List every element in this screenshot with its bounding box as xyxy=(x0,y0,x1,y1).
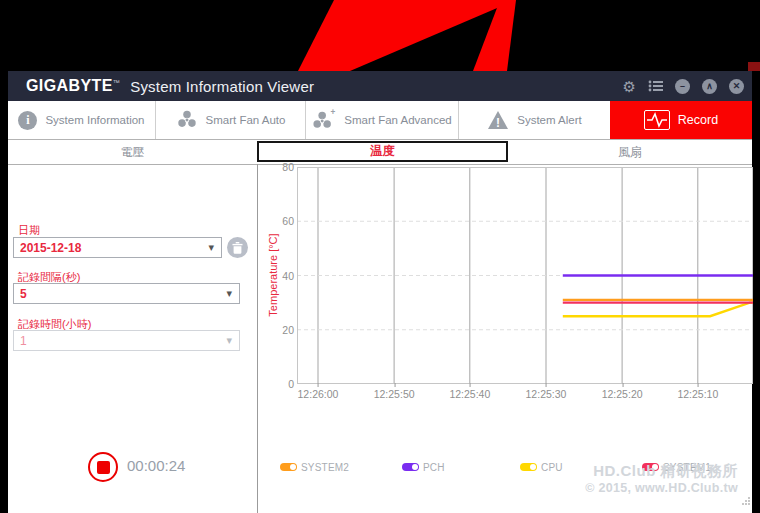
legend-toggle-pch[interactable]: PCH xyxy=(402,461,445,473)
fan-plus-icon: + xyxy=(312,109,336,131)
tab-label: Smart Fan Auto xyxy=(206,114,286,126)
legend-label: CPU xyxy=(541,462,563,473)
y-tick: 20 xyxy=(282,324,294,336)
titlebar: GIGABYTE™ System Information Viewer ⚙ – … xyxy=(8,71,752,101)
tab-smart-fan-advanced[interactable]: + Smart Fan Advanced xyxy=(305,101,458,139)
y-axis-ticks: 80 60 40 20 0 xyxy=(264,140,294,400)
interval-value: 5 xyxy=(20,287,27,301)
subtab-fan[interactable]: 風扇 xyxy=(508,141,752,163)
subtab-voltage[interactable]: 電壓 xyxy=(8,141,257,163)
stop-square-icon xyxy=(97,461,110,474)
record-waveform-icon xyxy=(644,110,670,130)
tab-label: System Information xyxy=(45,114,144,126)
alert-icon: ! xyxy=(487,110,509,130)
panel-chart-divider xyxy=(257,164,258,513)
info-icon: i xyxy=(18,111,37,130)
subtab-label: 風扇 xyxy=(618,144,642,161)
desktop-screen: GIGABYTE™ System Information Viewer ⚙ – … xyxy=(0,0,760,513)
record-page-body: 電壓 温度 風扇 日期 2015-12-18 ▾ 記錄間隔(秒) 5 ▾ 記錄時… xyxy=(8,140,752,513)
menu-list-icon[interactable] xyxy=(648,80,663,92)
watermark-line2: © 2015, www.HD.Club.tw xyxy=(585,481,738,495)
elapsed-time: 00:00:24 xyxy=(127,457,185,474)
subtab-label: 温度 xyxy=(370,143,395,160)
chevron-down-icon: ▾ xyxy=(208,241,214,254)
tab-label: Record xyxy=(678,113,718,127)
legend-label: SYSTEM2 xyxy=(301,462,349,473)
fan-icon xyxy=(176,109,198,131)
x-tick: 12:26:00 xyxy=(298,388,339,400)
chevron-down-icon: ▾ xyxy=(226,334,232,347)
resize-grip[interactable] xyxy=(741,497,750,505)
app-title: System Information Viewer xyxy=(130,78,314,95)
date-value: 2015-12-18 xyxy=(20,241,81,255)
trademark-mark: ™ xyxy=(113,79,120,86)
legend-pill-icon xyxy=(280,463,297,471)
minimize-icon[interactable]: – xyxy=(675,79,690,94)
delete-log-button[interactable] xyxy=(227,237,248,258)
tab-label: System Alert xyxy=(517,114,582,126)
legend-toggle-system2[interactable]: SYSTEM2 xyxy=(280,461,349,473)
subtab-divider-line xyxy=(8,164,752,165)
interval-select[interactable]: 5 ▾ xyxy=(13,283,240,304)
tab-system-alert[interactable]: ! System Alert xyxy=(458,101,610,139)
watermark-line1: HD.Club 精研視務所 xyxy=(585,462,738,481)
x-axis-ticks: 12:26:00 12:25:50 12:25:40 12:25:30 12:2… xyxy=(297,388,753,402)
chart-plot-area xyxy=(297,167,753,384)
x-tick: 12:25:30 xyxy=(526,388,567,400)
legend-pill-icon xyxy=(520,463,537,471)
collapse-icon[interactable]: ∧ xyxy=(702,79,717,94)
x-tick: 12:25:50 xyxy=(374,388,415,400)
date-label: 日期 xyxy=(18,223,40,238)
settings-gear-icon[interactable]: ⚙ xyxy=(623,79,636,94)
y-tick: 0 xyxy=(288,378,294,390)
tab-label: Smart Fan Advanced xyxy=(344,114,451,126)
temperature-chart xyxy=(297,167,753,384)
legend-pill-icon xyxy=(402,463,419,471)
chevron-down-icon: ▾ xyxy=(226,287,232,300)
x-tick: 12:25:40 xyxy=(449,388,490,400)
y-tick: 60 xyxy=(282,215,294,227)
close-icon[interactable]: ✕ xyxy=(729,79,744,94)
hdclub-watermark: HD.Club 精研視務所 © 2015, www.HD.Club.tw xyxy=(585,462,738,495)
svg-text:+: + xyxy=(331,109,336,117)
x-tick: 12:25:10 xyxy=(677,388,718,400)
main-tabbar: i System Information Smart Fan Auto + Sm… xyxy=(8,101,752,140)
duration-select: 1 ▾ xyxy=(13,330,240,351)
tab-record[interactable]: Record xyxy=(610,101,752,139)
tab-smart-fan-auto[interactable]: Smart Fan Auto xyxy=(155,101,305,139)
wallpaper-red-swoosh xyxy=(0,0,760,71)
legend-toggle-cpu[interactable]: CPU xyxy=(520,461,563,473)
gigabyte-logo: GIGABYTE™ xyxy=(26,77,120,95)
tab-system-information[interactable]: i System Information xyxy=(8,101,155,139)
y-tick: 40 xyxy=(282,270,294,282)
subtab-temperature-active[interactable]: 温度 xyxy=(257,141,508,162)
svg-text:!: ! xyxy=(496,116,500,130)
y-tick: 80 xyxy=(282,161,294,173)
date-select[interactable]: 2015-12-18 ▾ xyxy=(13,237,222,258)
trash-icon xyxy=(232,242,243,254)
x-tick: 12:25:20 xyxy=(602,388,643,400)
duration-value: 1 xyxy=(20,334,27,348)
titlebar-controls: ⚙ – ∧ ✕ xyxy=(623,71,748,101)
subtab-label: 電壓 xyxy=(121,144,145,161)
stop-record-button[interactable] xyxy=(88,452,118,482)
legend-label: PCH xyxy=(423,462,445,473)
